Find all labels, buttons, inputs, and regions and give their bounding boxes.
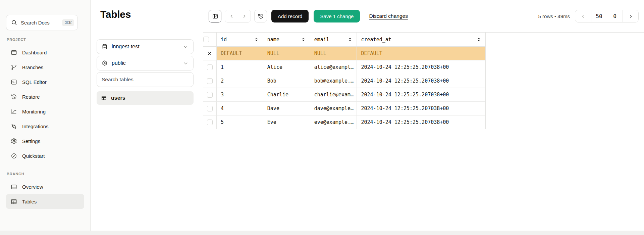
cell-value: Bob xyxy=(267,78,276,84)
add-record-button[interactable]: Add record xyxy=(271,10,309,22)
table-cell[interactable]: 4 xyxy=(217,102,263,115)
table-cell[interactable]: alice@exampl… xyxy=(310,60,357,74)
table-cell[interactable]: Bob xyxy=(263,74,310,88)
pending-cell-value: NULL xyxy=(267,50,279,56)
pending-cell[interactable]: DEFAULT xyxy=(357,47,485,60)
search-tables-input[interactable] xyxy=(97,72,194,87)
table-cell[interactable]: 2024-10-24 12:25:25.207038+00 xyxy=(357,60,485,74)
table-cell[interactable]: 2024-10-24 12:25:25.207038+00 xyxy=(357,115,485,129)
history-nav-group xyxy=(225,10,251,22)
schema-selector[interactable]: public xyxy=(97,56,194,70)
sidebar-sections: PROJECT Dashboard Branches SQL Editor Re… xyxy=(0,38,90,218)
table-list-item-users[interactable]: users xyxy=(97,91,194,105)
table-cell[interactable]: dave@example… xyxy=(310,102,357,115)
table-cell[interactable]: charlie@exam… xyxy=(310,88,357,101)
sidebar-item-tables[interactable]: Tables xyxy=(6,194,84,209)
history-icon xyxy=(258,13,264,19)
search-docs-label: Search Docs xyxy=(21,20,58,26)
table-cell[interactable]: 2024-10-24 12:25:25.207038+00 xyxy=(357,102,485,115)
table-row: 2Bobbob@example.…2024-10-24 12:25:25.207… xyxy=(203,74,485,88)
discard-changes-link[interactable]: Discard changes xyxy=(369,13,408,19)
table-cell[interactable]: 3 xyxy=(217,88,263,101)
row-checkbox[interactable] xyxy=(207,64,213,70)
sidebar-item-monitoring[interactable]: Monitoring xyxy=(6,104,84,119)
table-cell[interactable]: 1 xyxy=(217,60,263,74)
branches-icon xyxy=(11,64,17,70)
sidebar-item-settings[interactable]: Settings xyxy=(6,134,84,148)
cell-value: charlie@exam… xyxy=(314,92,354,98)
row-checkbox[interactable] xyxy=(207,92,213,98)
settings-icon xyxy=(11,138,17,144)
pending-cell[interactable]: NULL xyxy=(263,47,310,60)
table-cell[interactable]: 2024-10-24 12:25:25.207038+00 xyxy=(357,74,485,88)
column-header-name[interactable]: name xyxy=(263,33,310,46)
database-selector[interactable]: inngest-test xyxy=(97,39,194,54)
sidebar-item-label: Integrations xyxy=(22,124,48,129)
overview-icon xyxy=(11,184,17,190)
sidebar-item-label: Monitoring xyxy=(22,109,46,114)
table-cell[interactable]: 2 xyxy=(217,74,263,88)
table-cell[interactable]: Eve xyxy=(263,115,310,129)
page-size-value[interactable]: 50 xyxy=(591,10,607,22)
table-cell[interactable]: Alice xyxy=(263,60,310,74)
pending-cell-value: NULL xyxy=(314,50,326,56)
history-button[interactable] xyxy=(254,10,267,22)
table-row: 5Eveeve@example.…2024-10-24 12:25:25.207… xyxy=(203,115,485,129)
sql-editor-icon xyxy=(11,79,17,85)
pending-cell[interactable]: DEFAULT xyxy=(217,47,263,60)
table-cell[interactable]: Charlie xyxy=(263,88,310,101)
select-all-checkbox[interactable] xyxy=(203,37,209,42)
bottom-strip xyxy=(0,231,644,235)
column-header-email[interactable]: email xyxy=(310,33,357,46)
sort-icon[interactable] xyxy=(476,37,481,42)
tables-panel: Tables inngest-test public users xyxy=(91,0,203,231)
keyboard-shortcut-badge: ⌘K xyxy=(62,19,74,26)
page-next-button[interactable] xyxy=(623,10,638,22)
cell-value: Dave xyxy=(267,105,279,111)
table-cell[interactable]: bob@example.… xyxy=(310,74,357,88)
nav-back-button[interactable] xyxy=(225,10,238,22)
sidebar-item-label: Restore xyxy=(22,94,40,100)
database-icon xyxy=(102,44,108,50)
sidebar-item-integrations[interactable]: Integrations xyxy=(6,119,84,134)
cell-value: 2024-10-24 12:25:25.207038+00 xyxy=(361,78,449,84)
cell-value: Charlie xyxy=(267,92,288,98)
table-cell[interactable]: Dave xyxy=(263,102,310,115)
integrations-icon xyxy=(11,123,17,130)
page-offset-value[interactable]: 0 xyxy=(607,10,623,22)
sort-icon[interactable] xyxy=(301,37,306,42)
sidebar-item-quickstart[interactable]: Quickstart xyxy=(6,148,84,163)
schema-selector-value: public xyxy=(112,60,179,66)
remove-pending-row-button[interactable] xyxy=(207,51,212,56)
row-checkbox[interactable] xyxy=(207,78,213,84)
table-cell[interactable]: eve@example.… xyxy=(310,115,357,129)
sort-icon[interactable] xyxy=(254,37,259,42)
column-header-id[interactable]: id xyxy=(217,33,263,46)
page-prev-button[interactable] xyxy=(575,10,591,22)
sidebar-item-restore[interactable]: Restore xyxy=(6,89,84,104)
save-changes-button[interactable]: Save 1 change xyxy=(314,10,360,22)
column-header-label: name xyxy=(267,37,279,43)
table-cell[interactable]: 2024-10-24 12:25:25.207038+00 xyxy=(357,88,485,101)
cell-value: 2024-10-24 12:25:25.207038+00 xyxy=(361,64,449,70)
sidebar-item-branches[interactable]: Branches xyxy=(6,60,84,75)
collapse-panel-button[interactable] xyxy=(209,10,221,22)
row-checkbox[interactable] xyxy=(207,106,213,111)
pending-cell[interactable]: NULL xyxy=(310,47,357,60)
column-header-created-at[interactable]: created_at xyxy=(357,33,485,46)
page-title: Tables xyxy=(100,9,203,20)
nav-forward-button[interactable] xyxy=(238,10,251,22)
cell-value: 1 xyxy=(221,64,224,70)
row-checkbox[interactable] xyxy=(207,120,213,125)
table-cell[interactable]: 5 xyxy=(217,115,263,129)
sidebar-item-dashboard[interactable]: Dashboard xyxy=(6,45,84,60)
database-selector-value: inngest-test xyxy=(112,44,179,50)
search-docs-button[interactable]: Search Docs ⌘K xyxy=(6,15,78,30)
cell-value: Alice xyxy=(267,64,282,70)
sidebar-item-overview[interactable]: Overview xyxy=(6,179,84,194)
sort-icon[interactable] xyxy=(347,37,353,42)
column-header-label: email xyxy=(314,37,329,43)
chevron-left-icon xyxy=(229,13,234,19)
main-content: Add record Save 1 change Discard changes… xyxy=(203,0,644,231)
sidebar-item-sql-editor[interactable]: SQL Editor xyxy=(6,75,84,89)
